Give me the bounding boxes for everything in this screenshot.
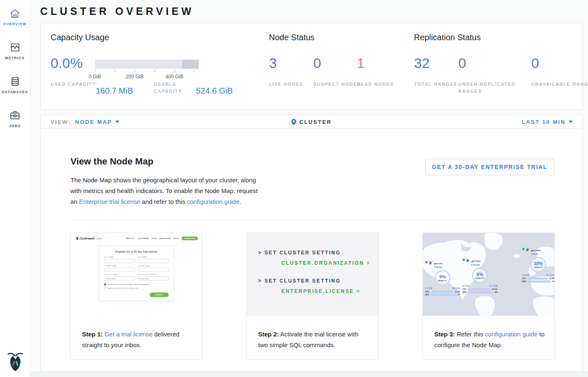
configuration-guide-link[interactable]: configuration guide <box>485 331 538 338</box>
cpu-value: 42.5% <box>492 288 497 290</box>
step-2-card: > SET CLUSTER SETTING CLUSTER.ORGANIZATI… <box>246 232 379 360</box>
node-geo-label: geo=nyc <box>471 260 480 262</box>
cockroach-labs-mini-logo: Cockroach LABS <box>76 237 102 240</box>
capacity-bar <box>95 60 199 69</box>
mini-form-title: Register for a 30-day trial license <box>104 250 169 253</box>
node-map-heading: View the Node Map <box>70 156 153 167</box>
step-1-caption: Step 1: Get a trial license delivered st… <box>70 316 202 350</box>
capacity-donut: 6% CAPACITY <box>472 268 488 283</box>
qps-sparkline <box>528 280 551 283</box>
node-status-dot-red <box>425 261 428 263</box>
map-node-nyc: geo=nyc2 Nodes 6% CAPACITY 3.7 GiB43.7 G… <box>462 259 497 293</box>
view-bar: VIEW: NODE MAP CLUSTER LAST 10 MIN <box>41 115 583 129</box>
qps-sparkline <box>431 294 456 296</box>
unavailable-ranges-value: 0 <box>531 55 539 71</box>
capacity-bar-tail <box>182 60 199 69</box>
mini-field-label: REASON FOR INTEREST <box>138 274 169 276</box>
capacity-usage-title: Capacity Usage <box>51 33 109 42</box>
qps-value: 4.7 <box>457 294 460 296</box>
node-total-capacity: 351 GiB <box>452 287 460 290</box>
node-capacity-label: CAPACITY <box>438 280 447 282</box>
mini-field-label: COMPANY EMAIL <box>138 265 169 267</box>
time-range-dropdown[interactable]: LAST 10 MIN <box>522 119 573 125</box>
home-icon <box>10 7 20 19</box>
qps-value: 4.4 <box>552 280 554 283</box>
sql-command-line: CLUSTER.ORGANIZATION = <box>281 260 378 266</box>
enterprise-trial-button[interactable]: GET A 30-DAY ENTERPRISE TRIAL <box>425 159 554 175</box>
node-capacity-percent: 9% <box>439 274 446 279</box>
time-range-value: LAST 10 MIN <box>522 119 566 125</box>
view-selector-value: NODE MAP <box>75 119 112 125</box>
cluster-summary-card: Capacity Usage 0.0% 0 GiB 200 GiB 400 Gi… <box>40 23 583 110</box>
under-replicated-ranges-label: UNDER-REPLICATED RANGES <box>458 81 527 95</box>
sql-command-line: > SET CLUSTER SETTING <box>258 250 378 256</box>
scope-label: CLUSTER <box>299 119 332 125</box>
mini-input <box>104 268 135 272</box>
suspect-nodes-label: SUSPECT NODES <box>313 81 363 88</box>
location-pin-icon <box>291 119 296 126</box>
cpu-label: CPU <box>425 291 429 293</box>
sidebar-item-databases[interactable]: DATABASES <box>0 75 30 102</box>
sidebar-item-jobs[interactable]: JOBS <box>0 109 30 135</box>
mini-select: Please Select <box>104 276 135 280</box>
mini-field-label: LAST NAME <box>138 256 169 258</box>
node-count-label: 2 Nodes <box>434 266 443 268</box>
mini-field-label: PROJECT PHASE <box>104 274 135 276</box>
step-3-text: Refer this <box>455 331 485 338</box>
sidebar-item-label: OVERVIEW <box>3 22 27 26</box>
cpu-value: 11.0% <box>455 291 460 293</box>
mini-nav-item: PRODUCT <box>126 237 135 239</box>
node-capacity-label: CAPACITY <box>475 277 484 279</box>
cockroach-bug-icon <box>76 237 79 240</box>
node-status-dot-green <box>462 259 465 261</box>
get-trial-license-link[interactable]: Get a trial license <box>104 331 152 338</box>
chevron-down-icon <box>115 121 119 123</box>
live-nodes-value: 3 <box>269 55 277 71</box>
node-cubes-icon <box>429 261 433 265</box>
node-capacity-percent: 6% <box>477 272 483 277</box>
mini-nav-item: DOCS <box>152 237 157 239</box>
cpu-value: 12.3% <box>549 278 554 280</box>
live-nodes-label: LIVE NODES <box>269 81 319 88</box>
jobs-icon <box>10 109 20 121</box>
dead-nodes-label: DEAD NODES <box>357 81 407 88</box>
sidebar: OVERVIEW METRICS DATABASES JOBS <box>0 0 30 377</box>
configuration-guide-link[interactable]: configuration guide <box>187 198 240 205</box>
mini-select: Please Select <box>138 276 169 280</box>
mini-license-link: Software License Agreement. <box>117 287 139 289</box>
mini-input <box>104 259 135 263</box>
step-3-label: Step 3: <box>434 331 455 338</box>
view-selector-dropdown[interactable]: NODE MAP <box>75 119 119 125</box>
capacity-donut: 9% CAPACITY <box>435 270 450 286</box>
mini-trial-form: Register for a 30-day trial license FIRS… <box>99 246 174 301</box>
node-capacity-percent: 10% <box>534 261 543 266</box>
enterprise-trial-license-link[interactable]: Enterprise trial license <box>79 198 140 205</box>
step-3-node-map-preview: geo=sfo2 Nodes 9% CAPACITY 3.2 GiB351 Gi… <box>423 233 554 316</box>
node-count-label: 2 Nodes <box>471 263 480 266</box>
usable-capacity-value: 524.6 GiB <box>196 86 233 96</box>
mini-logo-name: Cockroach <box>80 237 94 240</box>
node-total-capacity: 43.7 GiB <box>489 285 497 287</box>
cpu-sparkline <box>528 278 548 280</box>
sidebar-item-metrics[interactable]: METRICS <box>0 41 30 68</box>
node-geo-label: geo=sfo <box>434 262 443 265</box>
used-capacity-value: 160.7 MiB <box>96 86 133 96</box>
step-2-caption: Step 2: Activate the trial license with … <box>247 316 378 350</box>
description-text: . <box>240 198 241 205</box>
step-3-caption: Step 3: Refer this configuration guide t… <box>423 316 554 350</box>
mini-checkbox-label: I would like to receive email updates ab… <box>107 283 150 285</box>
node-geo-label: geo=ams <box>531 249 541 251</box>
sql-command-line: ENTERPRISE.LICENSE = <box>281 288 378 294</box>
mini-input <box>138 259 169 263</box>
map-node-ams: geo=ams1 Node 10% CAPACITY 3.6 GiB26.4 G… <box>522 248 554 283</box>
suspect-nodes-value: 0 <box>313 55 321 71</box>
section-divider <box>70 220 554 220</box>
used-capacity-label: USED CAPACITY <box>51 81 100 88</box>
qps-sparkline <box>468 291 494 293</box>
sidebar-item-overview[interactable]: OVERVIEW <box>0 7 30 34</box>
node-cubes-icon <box>526 248 530 251</box>
qps-value: 8.8 <box>495 291 497 293</box>
step-1-card: Cockroach LABS PRODUCT CUSTOMERS DOCS RE… <box>70 232 203 360</box>
cpu-label: CPU <box>462 288 467 290</box>
mini-submit-button: SUBMIT <box>150 292 169 297</box>
